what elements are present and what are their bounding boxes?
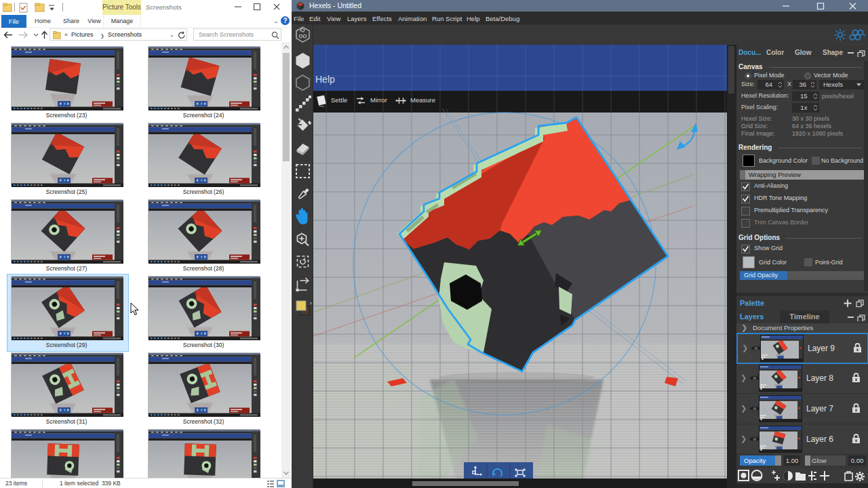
- svg-text:Help: Help: [315, 74, 335, 85]
- svg-text:Settle: Settle: [331, 96, 347, 104]
- svg-text:Mirror: Mirror: [370, 96, 387, 104]
- svg-text:Measure: Measure: [410, 96, 435, 104]
